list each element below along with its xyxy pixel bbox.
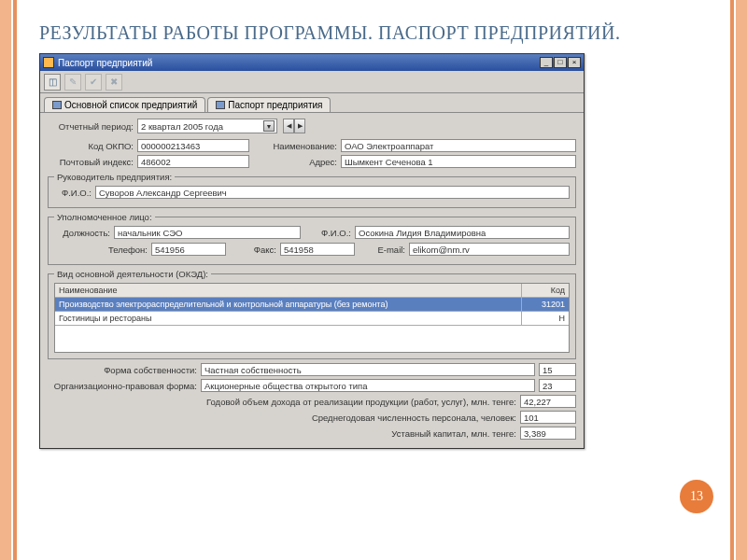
- tab-main-list-label: Основной список предприятий: [64, 100, 197, 110]
- okpo-field[interactable]: 000000213463: [137, 139, 249, 152]
- tab-main-list[interactable]: Основной список предприятий: [44, 97, 205, 112]
- auth-fio-field[interactable]: Осокина Лидия Владимировна: [355, 226, 570, 239]
- ownership-label: Форма собственности:: [48, 365, 197, 375]
- app-window: Паспорт предприятий _ □ × ◫ ✎ ✔ ✖ Основн…: [39, 53, 585, 449]
- head-fio-field[interactable]: Суворов Александр Сергеевич: [95, 186, 570, 199]
- tab-passport-label: Паспорт предприятия: [228, 100, 322, 110]
- capital-field[interactable]: 3,389: [520, 427, 576, 440]
- head-fieldset: Руководитель предприятия: Ф.И.О.: Суворо…: [48, 172, 576, 208]
- postcode-label: Почтовый индекс:: [48, 157, 134, 167]
- headcount-label: Среднегодовая численность персонала, чел…: [48, 413, 516, 423]
- col-name-header: Наименование: [55, 284, 522, 298]
- okpo-label: Код ОКПО:: [48, 141, 134, 151]
- phone-label: Телефон:: [54, 245, 148, 255]
- toolbar-edit-button[interactable]: ✎: [64, 74, 81, 91]
- oked-legend: Вид основной деятельности (ОКЭД):: [54, 269, 211, 279]
- legalform-label: Организационно-правовая форма:: [48, 381, 197, 391]
- toolbar: ◫ ✎ ✔ ✖: [40, 71, 584, 93]
- close-button[interactable]: ×: [568, 57, 581, 68]
- legalform-code-field[interactable]: 23: [539, 379, 576, 392]
- address-label: Адрес:: [253, 157, 337, 167]
- name-field[interactable]: ОАО Электроаппарат: [341, 139, 576, 152]
- auth-legend: Уполномоченное лицо:: [54, 212, 155, 222]
- email-label: E-mail:: [359, 245, 405, 255]
- toolbar-doc-button[interactable]: ◫: [44, 74, 61, 91]
- fax-label: Факс:: [230, 245, 276, 255]
- app-icon: [43, 57, 54, 68]
- head-fio-label: Ф.И.О.:: [54, 188, 92, 198]
- postcode-field[interactable]: 486002: [137, 155, 249, 168]
- activity-code: 31201: [522, 298, 569, 312]
- table-row[interactable]: Гостиницы и рестораны H: [55, 312, 569, 326]
- period-value: 2 квартал 2005 года: [141, 121, 223, 132]
- maximize-button[interactable]: □: [554, 57, 567, 68]
- auth-fieldset: Уполномоченное лицо: Должность: начальни…: [48, 212, 576, 265]
- phone-field[interactable]: 541956: [151, 243, 226, 256]
- table-empty-area: [55, 326, 569, 352]
- passport-icon: [216, 101, 225, 109]
- fax-field[interactable]: 541958: [280, 243, 355, 256]
- titlebar: Паспорт предприятий _ □ ×: [40, 54, 584, 71]
- table-row[interactable]: Производство электрораспределительной и …: [55, 298, 569, 312]
- activity-name: Гостиницы и рестораны: [55, 312, 522, 326]
- slide: РЕЗУЛЬТАТЫ РАБОТЫ ПРОГРАММЫ. ПАСПОРТ ПРЕ…: [0, 0, 747, 560]
- revenue-label: Годовой объем дохода от реализации проду…: [48, 397, 516, 407]
- tab-passport[interactable]: Паспорт предприятия: [207, 97, 331, 112]
- oked-fieldset: Вид основной деятельности (ОКЭД): Наимен…: [48, 269, 576, 359]
- auth-position-label: Должность:: [54, 228, 110, 238]
- window-title: Паспорт предприятий: [58, 58, 152, 68]
- head-legend: Руководитель предприятия:: [54, 172, 175, 182]
- period-dropdown[interactable]: 2 квартал 2005 года ▼: [137, 119, 277, 133]
- activity-code: H: [522, 312, 569, 326]
- list-icon: [52, 101, 62, 109]
- dropdown-arrow-icon[interactable]: ▼: [263, 120, 275, 132]
- activity-name: Производство электрораспределительной и …: [55, 298, 522, 312]
- headcount-field[interactable]: 101: [520, 411, 576, 424]
- minimize-button[interactable]: _: [540, 57, 553, 68]
- toolbar-save-button[interactable]: ✔: [85, 74, 102, 91]
- legalform-field[interactable]: Акционерные общества открытого типа: [201, 379, 535, 392]
- ownership-code-field[interactable]: 15: [539, 363, 576, 376]
- page-number-badge: 13: [680, 480, 713, 513]
- revenue-field[interactable]: 42,227: [520, 395, 576, 408]
- auth-position-field[interactable]: начальник СЭО: [114, 226, 301, 239]
- auth-fio-label: Ф.И.О.:: [304, 228, 351, 238]
- slide-title: РЕЗУЛЬТАТЫ РАБОТЫ ПРОГРАММЫ. ПАСПОРТ ПРЕ…: [39, 22, 708, 44]
- col-code-header: Код: [522, 284, 569, 298]
- toolbar-cancel-button[interactable]: ✖: [106, 74, 122, 91]
- period-next-button[interactable]: ▶: [294, 119, 305, 133]
- period-prev-button[interactable]: ◀: [283, 119, 294, 133]
- email-field[interactable]: elikom@nm.rv: [409, 243, 570, 256]
- tabstrip: Основной список предприятий Паспорт пред…: [40, 93, 584, 113]
- ownership-field[interactable]: Частная собственность: [201, 363, 535, 376]
- capital-label: Уставный капитал, млн. тенге:: [48, 428, 516, 439]
- period-label: Отчетный период:: [48, 121, 134, 132]
- address-field[interactable]: Шымкент Сеченова 1: [341, 155, 576, 168]
- activity-table: Наименование Код Производство электрорас…: [54, 283, 570, 353]
- form-body: Отчетный период: 2 квартал 2005 года ▼ ◀…: [40, 113, 584, 448]
- name-label: Наименование:: [253, 141, 337, 151]
